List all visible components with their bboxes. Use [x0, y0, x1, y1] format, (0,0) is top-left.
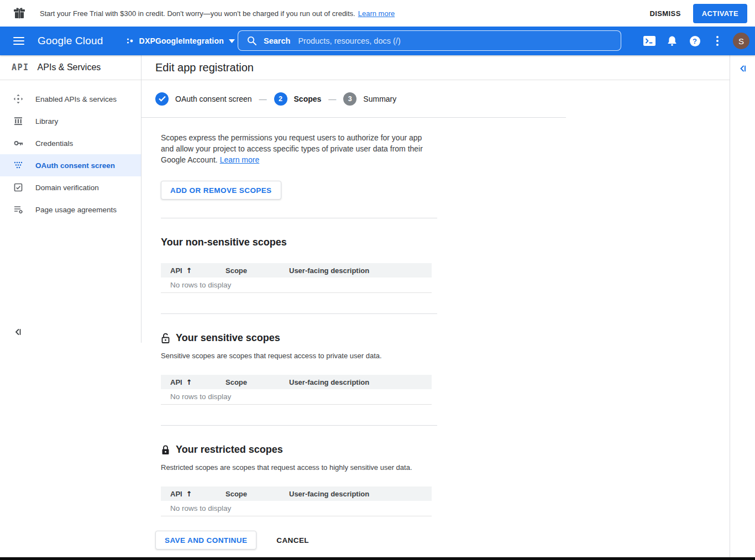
sidebar-item-page-usage-agreements[interactable]: Page usage agreements [0, 198, 141, 221]
column-description[interactable]: User-facing description [289, 490, 432, 498]
list-settings-icon [13, 205, 23, 214]
app-header: Google Cloud DXPGoogleIntegration Search… [0, 27, 755, 55]
sidebar-item-label: Library [35, 117, 58, 125]
more-options-icon[interactable] [708, 32, 727, 50]
key-icon [13, 138, 23, 148]
library-icon [13, 116, 23, 126]
column-scope[interactable]: Scope [226, 266, 289, 275]
step-separator: — [328, 95, 336, 103]
sidebar-item-credentials[interactable]: Credentials [0, 132, 141, 154]
lock-icon [161, 444, 170, 456]
restricted-scopes-title: Your restricted scopes [161, 444, 730, 456]
scopes-learn-more-link[interactable]: Learn more [220, 155, 260, 164]
sidebar-item-label: Enabled APIs & services [35, 95, 117, 103]
table-header: API↑ Scope User-facing description [161, 486, 432, 501]
column-description[interactable]: User-facing description [289, 378, 432, 386]
stepper: OAuth consent screen — 2 Scopes — 3 Summ… [141, 80, 730, 117]
empty-row: No rows to display [161, 389, 432, 405]
sidebar-item-label: OAuth consent screen [35, 161, 115, 170]
column-api[interactable]: API↑ [170, 378, 226, 386]
sidebar-item-label: Domain verification [35, 184, 99, 192]
dismiss-button[interactable]: DISMISS [644, 5, 686, 22]
sidebar: API APIs & Services Enabled APIs & servi… [0, 55, 141, 557]
form-actions: SAVE AND CONTINUE CANCEL [155, 531, 730, 549]
notifications-icon[interactable] [663, 32, 681, 50]
column-api[interactable]: API↑ [170, 266, 226, 275]
sidebar-item-enabled-apis[interactable]: Enabled APIs & services [0, 88, 141, 110]
step-oauth-consent-screen[interactable]: OAuth consent screen [155, 92, 252, 106]
step-label: OAuth consent screen [175, 95, 252, 103]
trial-message: Start your Free Trial with $300 in credi… [40, 9, 355, 18]
section-divider [161, 425, 437, 426]
header-actions: ? S [640, 27, 749, 55]
search-label: Search [264, 36, 290, 45]
column-scope[interactable]: Scope [226, 378, 289, 386]
section-title-text: Your sensitive scopes [176, 332, 280, 344]
search-input[interactable]: Search Products, resources, docs (/) [238, 30, 621, 51]
sidebar-title: APIs & Services [38, 62, 101, 72]
step-number: 3 [343, 92, 356, 106]
restricted-scopes-table: API↑ Scope User-facing description No ro… [161, 486, 432, 516]
sort-ascending-icon[interactable]: ↑ [186, 378, 192, 386]
project-switcher[interactable]: DXPGoogleIntegration [125, 36, 235, 45]
lock-open-icon [161, 333, 170, 344]
empty-row: No rows to display [161, 278, 432, 293]
help-icon[interactable]: ? [685, 32, 704, 50]
trial-banner-actions: DISMISS ACTIVATE [644, 4, 747, 23]
column-description[interactable]: User-facing description [289, 266, 432, 275]
section-divider [161, 218, 437, 218]
scopes-intro-text: Scopes express the permissions you reque… [161, 133, 423, 164]
menu-icon[interactable] [11, 35, 27, 47]
step-scopes[interactable]: 2 Scopes [274, 92, 322, 106]
project-name: DXPGoogleIntegration [139, 36, 224, 45]
cancel-button[interactable]: CANCEL [271, 532, 314, 549]
sidebar-header: API APIs & Services [0, 55, 141, 80]
sidebar-item-oauth-consent-screen[interactable]: OAuth consent screen [0, 154, 141, 176]
scopes-form: Scopes express the permissions you reque… [141, 132, 730, 549]
google-cloud-logo[interactable]: Google Cloud [38, 35, 103, 47]
sort-ascending-icon[interactable]: ↑ [186, 266, 192, 275]
table-header: API↑ Scope User-facing description [161, 263, 432, 278]
sidebar-item-label: Credentials [35, 139, 73, 148]
sidebar-item-domain-verification[interactable]: Domain verification [0, 176, 141, 198]
search-placeholder: Products, resources, docs (/) [298, 36, 400, 45]
step-label: Summary [363, 95, 396, 103]
checkbox-icon [13, 182, 23, 192]
sidebar-item-label: Page usage agreements [35, 206, 117, 214]
sensitive-scopes-table: API↑ Scope User-facing description No ro… [161, 375, 432, 405]
save-and-continue-button[interactable]: SAVE AND CONTINUE [155, 531, 256, 549]
oauth-consent-icon [13, 160, 23, 170]
restricted-scopes-description: Restricted scopes are scopes that reques… [161, 463, 730, 472]
table-header: API↑ Scope User-facing description [161, 375, 432, 389]
cloud-shell-icon[interactable] [640, 32, 659, 50]
sort-ascending-icon[interactable]: ↑ [186, 490, 192, 498]
google-cloud-console: Start your Free Trial with $300 in credi… [0, 0, 755, 560]
main-panel: Edit app registration OAuth consent scre… [141, 55, 730, 557]
column-api[interactable]: API↑ [170, 490, 226, 498]
step-label: Scopes [294, 95, 322, 103]
step-number: 2 [274, 92, 287, 106]
sidebar-nav: Enabled APIs & services Library Credenti… [0, 80, 141, 221]
sidebar-item-library[interactable]: Library [0, 110, 141, 132]
content-area: API APIs & Services Enabled APIs & servi… [0, 55, 755, 557]
page-header: Edit app registration [141, 55, 730, 80]
project-icon [125, 36, 134, 45]
step-summary[interactable]: 3 Summary [343, 92, 396, 106]
add-or-remove-scopes-button[interactable]: ADD OR REMOVE SCOPES [161, 181, 281, 200]
section-title-text: Your restricted scopes [176, 444, 283, 456]
step-complete-check-icon [155, 92, 169, 106]
gift-icon [13, 7, 25, 19]
activate-button[interactable]: ACTIVATE [693, 4, 747, 23]
column-scope[interactable]: Scope [226, 490, 289, 498]
window-bottom-edge [0, 557, 755, 560]
search-icon [247, 36, 256, 45]
sensitive-scopes-description: Sensitive scopes are scopes that request… [161, 352, 730, 360]
enabled-apis-icon [13, 94, 23, 104]
account-avatar[interactable]: S [733, 33, 749, 49]
sidebar-collapse-icon[interactable] [13, 327, 23, 339]
trial-banner: Start your Free Trial with $300 in credi… [0, 0, 755, 27]
section-divider [161, 313, 437, 314]
trial-learn-more-link[interactable]: Learn more [358, 9, 395, 18]
step-separator: — [259, 95, 267, 103]
panel-collapse-icon[interactable] [737, 63, 748, 76]
